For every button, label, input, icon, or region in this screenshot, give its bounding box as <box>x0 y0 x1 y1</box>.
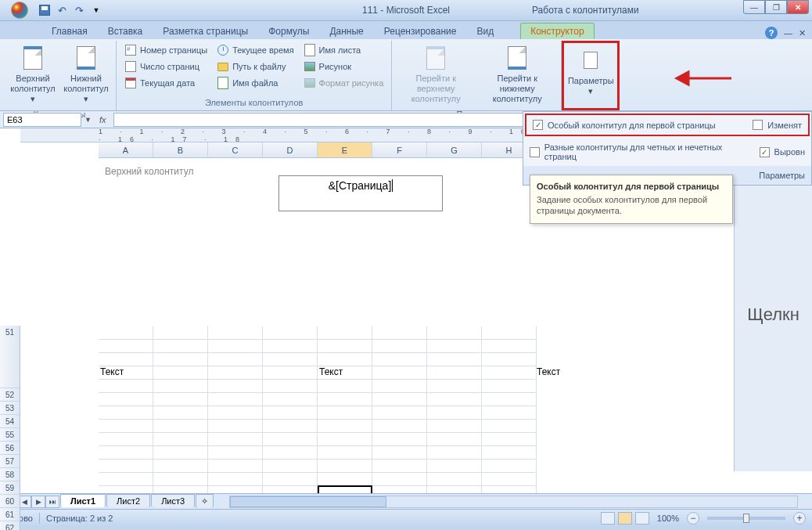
close-workbook-icon[interactable]: ✕ <box>799 28 806 38</box>
tab-insert[interactable]: Вставка <box>99 23 153 39</box>
tab-formulas[interactable]: Формулы <box>259 23 318 39</box>
col-header[interactable]: E <box>318 142 372 157</box>
option-first-page-highlight: ✓ Особый колонтитул для первой страницы … <box>525 114 810 136</box>
file-icon <box>217 77 228 89</box>
row-header[interactable]: 56 <box>0 442 20 455</box>
col-header[interactable]: G <box>427 142 482 157</box>
selection-cursor <box>318 485 372 493</box>
sheet-nav-last[interactable]: ⏭ <box>45 496 59 508</box>
sheet-name-button[interactable]: Имя листа <box>300 42 387 58</box>
tab-review[interactable]: Рецензирование <box>375 23 466 39</box>
row-header[interactable]: 54 <box>0 415 20 428</box>
undo-icon: ↶ <box>58 5 66 16</box>
file-path-button[interactable]: Путь к файлу <box>214 59 296 74</box>
tab-home[interactable]: Главная <box>42 23 97 39</box>
minimize-ribbon-icon[interactable]: — <box>784 28 792 38</box>
save-button[interactable] <box>38 3 52 17</box>
redo-button[interactable]: ↷ <box>72 3 86 17</box>
sheet-tab[interactable]: Лист2 <box>106 494 150 507</box>
maximize-button[interactable]: ❐ <box>765 0 787 14</box>
current-date-button[interactable]: Текущая дата <box>121 75 210 91</box>
goto-footer-icon <box>508 46 526 70</box>
tab-view[interactable]: Вид <box>467 23 503 39</box>
header-icon <box>23 46 42 70</box>
option-odd-even[interactable]: Разные колонтитулы для четных и нечетных… <box>523 138 811 166</box>
checkbox-checked-icon[interactable]: ✓ <box>760 147 770 157</box>
zoom-out-button[interactable]: − <box>687 512 699 525</box>
window-controls: — ❐ ✕ <box>743 0 809 14</box>
office-button[interactable] <box>5 0 34 21</box>
tab-data[interactable]: Данные <box>320 23 372 39</box>
footer-button[interactable]: Нижний колонтитул ▾ <box>61 42 111 108</box>
cell-text[interactable]: Текст <box>99 366 153 380</box>
row-header[interactable]: 60 <box>0 495 20 508</box>
row-header[interactable]: 53 <box>0 402 20 415</box>
checkbox-icon[interactable] <box>530 147 540 157</box>
calendar-icon <box>125 78 136 88</box>
undo-button[interactable]: ↶ <box>55 3 69 17</box>
row-header[interactable]: 62 <box>0 521 20 530</box>
row-headers: 51 52 53 54 55 56 57 58 59 60 61 62 63 6… <box>0 326 20 530</box>
view-page-layout-button[interactable] <box>618 512 632 525</box>
page-number-button[interactable]: #Номер страницы <box>121 42 210 58</box>
minimize-button[interactable]: — <box>743 0 765 14</box>
goto-header-icon <box>426 46 445 70</box>
cell-text[interactable]: Текст <box>537 366 560 377</box>
worksheet-area: 1 · 1 · 2 · 3 · 4 · 5 · 6 · 7 · 8 · 9 · … <box>0 128 812 493</box>
header-region-label: Верхний колонтитул <box>105 166 193 177</box>
col-header[interactable]: B <box>153 142 208 157</box>
sheet-tab[interactable]: Лист1 <box>60 494 106 507</box>
zoom-slider[interactable] <box>707 517 785 520</box>
row-header[interactable]: 57 <box>0 455 20 468</box>
titlebar: ↶ ↷ ▼ 111 - Microsoft Excel Работа с кол… <box>0 0 812 21</box>
row-header[interactable]: 58 <box>0 468 20 481</box>
sheet-tab[interactable]: Лист3 <box>151 494 195 507</box>
cell-text[interactable]: Текст <box>318 366 372 380</box>
fx-button[interactable]: fx <box>95 115 111 124</box>
file-name-button[interactable]: Имя файла <box>214 75 296 91</box>
row-header[interactable]: 51 <box>0 326 20 388</box>
close-button[interactable]: ✕ <box>787 0 809 14</box>
name-box[interactable]: E63 <box>3 113 81 127</box>
tab-page-layout[interactable]: Разметка страницы <box>153 23 257 39</box>
page-count-button[interactable]: Число страниц <box>121 59 210 74</box>
header-center-field[interactable]: &[Страница] <box>278 175 443 211</box>
col-header[interactable]: C <box>208 142 263 157</box>
click-to-add-panel[interactable]: Щелкн <box>734 158 812 471</box>
row-header[interactable]: 59 <box>0 481 20 495</box>
tab-design[interactable]: Конструктор <box>520 23 594 39</box>
scrollbar-thumb[interactable] <box>230 496 386 507</box>
zoom-in-button[interactable]: + <box>793 512 806 525</box>
quick-access-toolbar: ↶ ↷ ▼ <box>38 3 103 17</box>
office-logo-icon <box>11 2 28 19</box>
qat-customize[interactable]: ▼ <box>89 3 103 17</box>
chevron-down-icon: ▼ <box>93 6 100 14</box>
zoom-thumb[interactable] <box>743 514 749 523</box>
sheet-nav-next[interactable]: ▶ <box>31 496 45 508</box>
row-header[interactable]: 55 <box>0 428 20 442</box>
goto-header-button[interactable]: Перейти к верхнему колонтитулу <box>397 42 475 108</box>
option-first-page[interactable]: ✓ Особый колонтитул для первой страницы … <box>526 115 808 135</box>
checkbox-icon[interactable] <box>753 120 763 130</box>
col-header[interactable]: D <box>263 142 318 157</box>
current-time-button[interactable]: Текущее время <box>214 42 296 58</box>
goto-footer-button[interactable]: Перейти к нижнему колонтитулу <box>478 42 556 108</box>
picture-icon <box>304 62 315 71</box>
sheet-tab-bar: ⏮ ◀ ▶ ⏭ Лист1 Лист2 Лист3 ✧ <box>0 493 812 509</box>
row-header[interactable]: 61 <box>0 508 20 521</box>
parameters-button[interactable]: Параметры ▾ <box>566 45 616 99</box>
name-box-dropdown[interactable]: ▼ <box>84 116 92 124</box>
help-button[interactable]: ? <box>765 27 778 39</box>
col-header[interactable]: F <box>372 142 427 157</box>
new-sheet-button[interactable]: ✧ <box>196 494 214 508</box>
col-header[interactable]: A <box>99 142 153 157</box>
view-page-break-button[interactable] <box>635 512 649 525</box>
horizontal-scrollbar[interactable] <box>229 496 798 508</box>
row-header[interactable]: 52 <box>0 388 20 402</box>
view-normal-button[interactable] <box>601 512 615 525</box>
clock-icon <box>217 45 228 56</box>
picture-button[interactable]: Рисунок <box>300 59 387 74</box>
checkbox-checked-icon[interactable]: ✓ <box>533 120 543 130</box>
page-count-icon <box>125 61 136 72</box>
header-button[interactable]: Верхний колонтитул ▾ <box>8 42 58 108</box>
